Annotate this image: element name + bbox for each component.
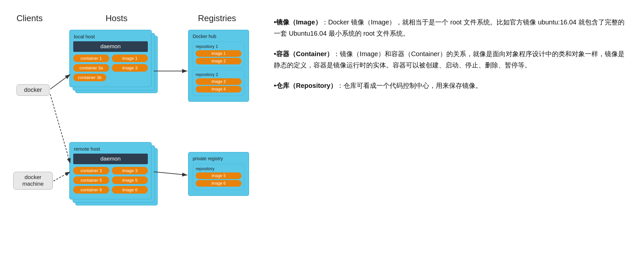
private-image-5: image 5: [196, 172, 242, 179]
registries-label: Registries: [198, 13, 236, 23]
description-repository: •仓库（Repository）：仓库可看成一个代码控制中心，用来保存镜像。: [274, 80, 631, 91]
repo-2-label: repository 2: [196, 72, 242, 77]
desc-repository-text: ：仓库可看成一个代码控制中心，用来保存镜像。: [337, 82, 482, 89]
text-area: •镜像（Image）：Docker 镜像（Image），就相当于是一个 root…: [254, 10, 631, 100]
bullet-image: •镜像（Image）: [274, 18, 322, 26]
remote-container-5: container 5: [73, 176, 109, 184]
svg-line-2: [50, 74, 70, 89]
local-daemon-bar: daemon: [73, 41, 148, 52]
remote-host-panel: remote host daemon container 3 image 3 c…: [69, 142, 152, 200]
remote-image-5: image 5: [112, 176, 148, 184]
local-row-3: container 3b: [73, 74, 148, 81]
svg-line-3: [50, 94, 70, 164]
description-container: •容器（Container）：镜像（Image）和容器（Container）的关…: [274, 48, 631, 71]
private-image-6: image 6: [196, 180, 242, 187]
docker-client: docker: [16, 84, 49, 96]
desc-image-text: ：Docker 镜像（Image），就相当于是一个 root 文件系统。比如官方…: [274, 18, 625, 37]
remote-row-1: container 3 image 3: [73, 167, 148, 174]
bullet-container: •容器（Container）: [274, 50, 333, 57]
bullet-repository: •仓库（Repository）: [274, 82, 337, 89]
hub-image-2: image 2: [196, 58, 242, 64]
local-image-1: image 1: [112, 55, 148, 62]
clients-label: Clients: [16, 13, 43, 23]
private-registry-label: private registry: [193, 156, 244, 161]
remote-host-label: remote host: [74, 146, 148, 152]
docker-machine-client: docker machine: [13, 172, 53, 190]
private-repo-label: repository: [196, 166, 242, 171]
local-container-3b: container 3b: [73, 74, 106, 81]
repo-2-section: repository 2 image 3 image 4: [193, 70, 244, 96]
local-row-1: container 1 image 1: [73, 55, 148, 62]
remote-daemon-bar: daemon: [73, 154, 148, 164]
diagram-area: Clients Hosts Registries docker docker m…: [13, 10, 254, 248]
svg-line-4: [53, 172, 70, 181]
repo-1-label: repository 1: [196, 44, 242, 49]
remote-row-3: container 6 image 6: [73, 186, 148, 194]
hosts-label: Hosts: [106, 13, 127, 23]
local-image-3: image 3: [112, 64, 148, 72]
repo-1-section: repository 1 image 1 image 2: [193, 42, 244, 68]
local-container-3a: container 3a: [73, 64, 109, 72]
local-row-2: container 3a image 3: [73, 64, 148, 72]
local-container-1: container 1: [73, 55, 109, 62]
local-host-panel: local host daemon container 1 image 1 co…: [69, 30, 152, 87]
local-host-label: local host: [74, 34, 148, 39]
remote-image-3: image 3: [112, 167, 148, 174]
private-registry-panel: private registry repository image 5 imag…: [188, 152, 249, 196]
remote-container-6: container 6: [73, 186, 109, 194]
dockerhub-label: Docker hub: [193, 34, 244, 39]
description-image: •镜像（Image）：Docker 镜像（Image），就相当于是一个 root…: [274, 17, 631, 39]
remote-container-3: container 3: [73, 167, 109, 174]
remote-row-2: container 5 image 5: [73, 176, 148, 184]
hub-image-4: image 4: [196, 86, 242, 92]
hub-image-3: image 3: [196, 78, 242, 85]
svg-line-6: [154, 172, 187, 175]
dockerhub-panel: Docker hub repository 1 image 1 image 2 …: [188, 30, 249, 102]
hub-image-1: image 1: [196, 50, 242, 57]
remote-image-6: image 6: [112, 186, 148, 194]
private-repo-section: repository image 5 image 6: [193, 164, 244, 190]
